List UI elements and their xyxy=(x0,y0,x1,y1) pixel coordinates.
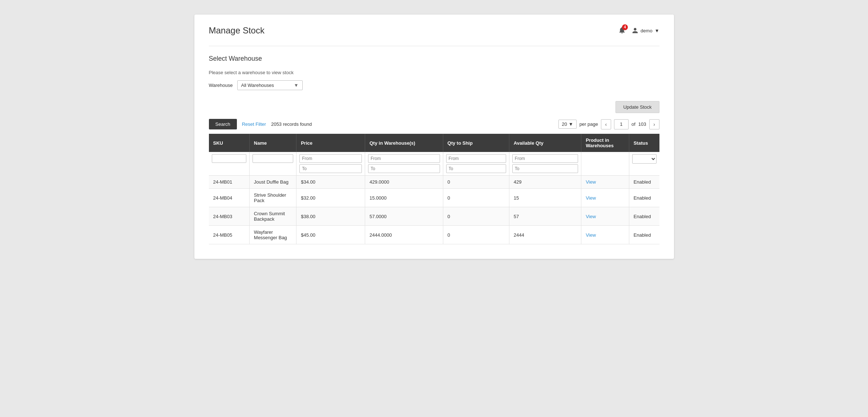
prev-page-button[interactable]: ‹ xyxy=(601,119,611,129)
cell-qty-ship: 0 xyxy=(443,207,509,226)
sku-filter-input[interactable] xyxy=(212,154,246,163)
user-menu[interactable]: demo ▼ xyxy=(632,27,659,34)
table-row: 24-MB01 Joust Duffle Bag $34.00 429.0000… xyxy=(209,176,659,189)
table-row: 24-MB03 Crown Summit Backpack $38.00 57.… xyxy=(209,207,659,226)
search-button[interactable]: Search xyxy=(209,119,237,129)
notification-button[interactable]: 4 xyxy=(618,26,626,35)
name-filter-input[interactable] xyxy=(253,154,293,163)
cell-name: Wayfarer Messenger Bag xyxy=(249,226,296,244)
warehouse-select[interactable]: All Warehouses ▼ xyxy=(237,80,303,90)
per-page-value: 20 xyxy=(562,121,567,127)
records-found: 2053 records found xyxy=(271,121,312,127)
cell-warehouses: View xyxy=(581,176,629,189)
toolbar-row: Search Reset Filter 2053 records found 2… xyxy=(209,119,659,129)
cell-status: Enabled xyxy=(629,176,659,189)
cell-qty-ship: 0 xyxy=(443,189,509,207)
view-link[interactable]: View xyxy=(586,179,596,185)
qty-warehouse-to-input[interactable] xyxy=(368,164,440,173)
filter-qty-ship-cell xyxy=(443,152,509,176)
per-page-label: per page xyxy=(580,121,598,127)
table-row: 24-MB05 Wayfarer Messenger Bag $45.00 24… xyxy=(209,226,659,244)
available-from-input[interactable] xyxy=(512,154,578,163)
cell-qty-ship: 0 xyxy=(443,226,509,244)
user-icon xyxy=(632,27,638,34)
per-page-select[interactable]: 20 ▼ xyxy=(558,120,576,129)
view-link[interactable]: View xyxy=(586,214,596,219)
section-title: Select Warehouse xyxy=(209,55,659,63)
section-divider xyxy=(209,46,659,46)
page-title: Manage Stock xyxy=(209,25,265,36)
col-qty-warehouse: Qty in Warehouse(s) xyxy=(365,134,443,152)
col-qty-ship: Qty to Ship xyxy=(443,134,509,152)
update-stock-button[interactable]: Update Stock xyxy=(615,101,659,113)
filter-row: Enabled Disabled xyxy=(209,152,659,176)
cell-price: $45.00 xyxy=(296,226,365,244)
warehouse-select-arrow: ▼ xyxy=(294,83,299,88)
table-header-row: SKU Name Price Qty in Warehouse(s) Qty t… xyxy=(209,134,659,152)
cell-available-qty: 57 xyxy=(509,207,581,226)
price-from-input[interactable] xyxy=(299,154,362,163)
top-bar: Manage Stock 4 demo ▼ xyxy=(209,25,659,36)
cell-available-qty: 429 xyxy=(509,176,581,189)
cell-sku: 24-MB03 xyxy=(209,207,250,226)
filter-status-cell: Enabled Disabled xyxy=(629,152,659,176)
qty-ship-from-input[interactable] xyxy=(446,154,506,163)
cell-warehouses: View xyxy=(581,226,629,244)
filter-name-cell xyxy=(249,152,296,176)
cell-name: Strive Shoulder Pack xyxy=(249,189,296,207)
col-name: Name xyxy=(249,134,296,152)
cell-qty-warehouse: 15.0000 xyxy=(365,189,443,207)
cell-qty-ship: 0 xyxy=(443,176,509,189)
cell-warehouses: View xyxy=(581,189,629,207)
filter-sku-cell xyxy=(209,152,250,176)
filter-price-cell xyxy=(296,152,365,176)
filter-available-cell xyxy=(509,152,581,176)
main-card: Manage Stock 4 demo ▼ Select Warehouse P… xyxy=(194,15,674,259)
filter-warehouses-cell xyxy=(581,152,629,176)
reset-filter-link[interactable]: Reset Filter xyxy=(242,121,266,127)
chevron-down-icon: ▼ xyxy=(655,28,659,33)
cell-qty-warehouse: 57.0000 xyxy=(365,207,443,226)
table-row: 24-MB04 Strive Shoulder Pack $32.00 15.0… xyxy=(209,189,659,207)
cell-available-qty: 15 xyxy=(509,189,581,207)
col-sku: SKU xyxy=(209,134,250,152)
of-label: of xyxy=(631,121,635,127)
col-available-qty: Available Qty xyxy=(509,134,581,152)
cell-price: $34.00 xyxy=(296,176,365,189)
action-row: Update Stock xyxy=(209,101,659,113)
cell-status: Enabled xyxy=(629,189,659,207)
filter-qty-warehouse-cell xyxy=(365,152,443,176)
qty-warehouse-from-input[interactable] xyxy=(368,154,440,163)
current-page-input[interactable] xyxy=(614,119,629,129)
next-page-button[interactable]: › xyxy=(649,119,659,129)
qty-ship-to-input[interactable] xyxy=(446,164,506,173)
warehouse-select-value: All Warehouses xyxy=(241,83,274,88)
col-status: Status xyxy=(629,134,659,152)
cell-status: Enabled xyxy=(629,226,659,244)
col-price: Price xyxy=(296,134,365,152)
total-pages: 103 xyxy=(638,121,646,127)
cell-price: $32.00 xyxy=(296,189,365,207)
cell-sku: 24-MB04 xyxy=(209,189,250,207)
notification-badge: 4 xyxy=(622,24,628,30)
available-to-input[interactable] xyxy=(512,164,578,173)
per-page-arrow: ▼ xyxy=(569,121,573,127)
warehouse-row: Warehouse All Warehouses ▼ xyxy=(209,80,659,90)
col-product-warehouses: Product in Warehouses xyxy=(581,134,629,152)
view-link[interactable]: View xyxy=(586,195,596,201)
cell-price: $38.00 xyxy=(296,207,365,226)
cell-name: Joust Duffle Bag xyxy=(249,176,296,189)
cell-sku: 24-MB01 xyxy=(209,176,250,189)
cell-name: Crown Summit Backpack xyxy=(249,207,296,226)
cell-qty-warehouse: 2444.0000 xyxy=(365,226,443,244)
pagination-area: 20 ▼ per page ‹ of 103 › xyxy=(558,119,659,129)
warehouse-label: Warehouse xyxy=(209,83,233,88)
status-filter-select[interactable]: Enabled Disabled xyxy=(632,154,657,164)
cell-qty-warehouse: 429.0000 xyxy=(365,176,443,189)
help-text: Please select a warehouse to view stock xyxy=(209,70,659,75)
top-right: 4 demo ▼ xyxy=(618,26,659,35)
view-link[interactable]: View xyxy=(586,232,596,238)
cell-available-qty: 2444 xyxy=(509,226,581,244)
price-to-input[interactable] xyxy=(299,164,362,173)
stock-table: SKU Name Price Qty in Warehouse(s) Qty t… xyxy=(209,134,659,244)
